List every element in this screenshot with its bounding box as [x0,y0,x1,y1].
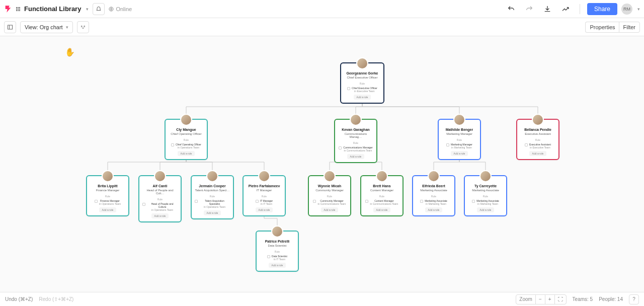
canvas[interactable]: ✋ Georgeanne Gorke Chief Executive Offic… [0,36,644,292]
avatar [102,170,114,182]
svg-rect-0 [8,25,13,29]
card-data[interactable]: Patrice Petrelli Data Scientist Role Dat… [256,231,299,272]
card-mkt1[interactable]: Elfrieda Beert Marketing Associate Role … [412,175,455,216]
checkbox[interactable] [446,143,449,146]
add-role-button[interactable]: Add a role [178,151,195,156]
zoom-control: Zoom − + ⛶ [516,294,566,304]
help-button[interactable]: ? [629,294,639,304]
svg-point-3 [84,26,85,27]
app-logo [4,5,12,13]
card-ea[interactable]: Bellanca Pendle Executive Assistant Role… [516,119,559,160]
zoom-out[interactable]: − [536,295,545,304]
teams-count: Teams: 5 [573,296,593,302]
add-role-button[interactable]: Add a role [347,154,365,159]
add-role-button[interactable]: Add a role [477,207,495,212]
add-role-button[interactable]: Add a role [204,210,221,215]
checkbox[interactable] [472,200,475,203]
checkbox[interactable] [95,200,98,203]
svg-point-4 [83,28,84,29]
download-icon[interactable] [540,2,554,16]
properties-button[interactable]: Properties [585,22,619,33]
card-content[interactable]: Brett Hans Content Manager Role Content … [360,175,404,216]
undo-label[interactable]: Undo (⌘+Z) [5,296,33,302]
add-role-button[interactable]: Add a role [151,213,169,218]
view-selector[interactable]: View: Org chart▾ [20,21,73,33]
card-fin[interactable]: Brita Lippitt Finance Manager Role Finan… [86,175,129,216]
avatar [154,170,166,182]
redo-icon[interactable] [522,2,536,16]
add-role-button[interactable]: Add a role [451,151,468,156]
trend-icon[interactable] [558,2,573,16]
checkbox[interactable] [171,143,174,146]
checkbox[interactable] [347,87,350,90]
user-menu-chevron[interactable]: ▾ [637,7,640,12]
add-role-button[interactable]: Add a role [256,207,273,212]
share-button[interactable]: Share [587,3,617,15]
avatar [206,170,218,182]
add-role-button[interactable]: Add a role [269,263,286,268]
add-role-button[interactable]: Add a role [354,95,371,100]
zoom-fit[interactable]: ⛶ [555,295,566,304]
avatar [258,170,270,182]
notification-button[interactable] [93,3,105,15]
card-ta[interactable]: Jermain Cooper Talent Acquisition Speci…… [191,175,234,219]
people-count: People: 14 [599,296,623,302]
apps-icon[interactable] [16,7,20,11]
checkbox[interactable] [339,146,342,149]
doc-title: Functional Library [24,5,81,13]
add-role-button[interactable]: Add a role [99,207,117,212]
checkbox[interactable] [142,203,145,206]
card-comms[interactable]: Kevan Garaghan Communications Manag… Rol… [334,119,377,163]
card-coo[interactable]: Cly Mangue Chief Operating Officer Role … [165,119,208,160]
svg-point-2 [81,26,82,27]
avatar [356,57,368,69]
avatar [479,170,492,182]
checkbox[interactable] [420,200,423,203]
chevron-down-icon[interactable]: ▾ [86,7,89,12]
undo-icon[interactable] [504,2,518,16]
app-header: Functional Library ▾ Online Share RM ▾ [0,0,644,18]
avatar [532,114,544,126]
add-role-button[interactable]: Add a role [529,151,547,156]
avatar [180,114,192,126]
card-mkt2[interactable]: Ty Carreyette Marketing Associate Role M… [464,175,507,216]
avatar [376,170,388,182]
checkbox[interactable] [195,200,198,203]
avatar [324,170,336,182]
avatar [271,225,283,238]
connector-lines [0,36,644,292]
zoom-label[interactable]: Zoom [516,295,536,304]
card-hr[interactable]: Alf Canti Head of People and Cult… Role … [138,175,182,222]
redo-label[interactable]: Redo (⇧+⌘+Z) [39,296,73,302]
card-mkt-mgr[interactable]: Mathilde Benger Marketing Manager Role M… [438,119,481,160]
add-role-button[interactable]: Add a role [425,207,443,212]
online-status: Online [109,6,132,12]
checkbox[interactable] [256,200,259,203]
card-cm[interactable]: Wynnie Micah Community Manager Role Comm… [308,175,351,216]
checkbox[interactable] [525,143,528,146]
avatar [453,114,465,126]
card-ceo[interactable]: Georgeanne Gorke Chief Executive Officer… [340,62,384,104]
avatar [350,114,362,126]
add-role-button[interactable]: Add a role [321,207,339,212]
toolbar: View: Org chart▾ Properties Filter [0,18,644,36]
checkbox[interactable] [365,200,368,203]
user-avatar[interactable]: RM [621,4,632,15]
zoom-in[interactable]: + [545,295,555,304]
checkbox[interactable] [313,200,316,203]
avatar [428,170,440,182]
hand-cursor-icon: ✋ [65,47,75,57]
add-role-button[interactable]: Add a role [373,207,391,212]
footer: Undo (⌘+Z) Redo (⇧+⌘+Z) Zoom − + ⛶ Teams… [0,292,644,306]
filter-button[interactable]: Filter [619,22,640,33]
checkbox[interactable] [267,255,270,258]
settings-button[interactable] [77,21,89,33]
card-it[interactable]: Pietro Farfalameev IT Manager Role IT Ma… [243,175,286,216]
sidebar-toggle[interactable] [4,21,16,33]
